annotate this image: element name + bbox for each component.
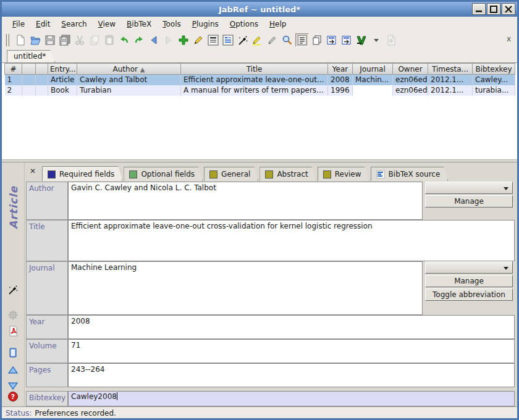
tab-bibtex-source[interactable]: BibTeX source xyxy=(371,167,449,181)
bibtexkey-input[interactable]: Cawley2008 xyxy=(68,391,515,406)
tab-abstract[interactable]: Abstract xyxy=(260,167,316,181)
generate-key-wand-icon[interactable] xyxy=(7,284,19,296)
menu-help[interactable]: Help xyxy=(264,18,292,30)
col-timestamp[interactable]: Timesta... xyxy=(428,64,473,75)
year-input[interactable]: 2008 xyxy=(68,315,515,339)
minimize-button[interactable] xyxy=(472,3,486,15)
abstract-icon xyxy=(265,170,273,178)
bibtexkey-field-row: Bibtexkey Cawley2008 xyxy=(26,391,515,406)
save-all-icon[interactable] xyxy=(58,33,72,47)
menu-edit[interactable]: Edit xyxy=(30,18,56,30)
tab-review[interactable]: Review xyxy=(318,167,369,181)
menu-bibtex[interactable]: BibTeX xyxy=(121,18,157,30)
copy-citation-icon[interactable] xyxy=(310,33,324,47)
author-manage-button[interactable]: Manage xyxy=(425,195,513,208)
close-button[interactable] xyxy=(502,3,515,15)
table-row[interactable]: 2 Book Turabian A manual for writers of … xyxy=(5,85,515,96)
col-marker2[interactable] xyxy=(36,64,48,75)
col-journal[interactable]: Journal xyxy=(353,64,393,75)
move-down-icon[interactable] xyxy=(7,379,19,392)
unmark-entries-icon[interactable] xyxy=(266,33,279,47)
author-field-row: Author Gavin C. Cawley and Nicola L. C. … xyxy=(26,182,515,220)
review-icon xyxy=(323,170,331,178)
minimize-icon xyxy=(475,6,483,13)
open-database-icon[interactable] xyxy=(28,33,42,47)
menu-view[interactable]: View xyxy=(93,18,121,30)
journal-dropdown[interactable] xyxy=(425,261,513,274)
menu-tools[interactable]: Tools xyxy=(157,18,187,30)
pdf-icon[interactable] xyxy=(7,325,19,337)
title-input[interactable]: Efficient approximate leave-one-out cros… xyxy=(68,220,515,261)
table-row[interactable]: 1 Article Cawley and Talbot Efficient ap… xyxy=(5,75,515,85)
open-office-icon[interactable] xyxy=(384,33,398,47)
push-dropdown-icon[interactable] xyxy=(369,33,383,47)
mark-entries-icon[interactable] xyxy=(251,33,264,47)
menu-search[interactable]: Search xyxy=(56,18,92,30)
journal-label: Journal xyxy=(26,261,68,315)
volume-input[interactable]: 71 xyxy=(68,339,515,363)
copy-icon[interactable] xyxy=(88,33,101,47)
author-input[interactable]: Gavin C. Cawley and Nicola L. C. Talbot xyxy=(68,182,423,220)
col-year[interactable]: Year xyxy=(328,64,353,75)
author-name-format-dropdown[interactable] xyxy=(425,182,513,194)
col-owner[interactable]: Owner xyxy=(393,64,428,75)
push-to-lyx-icon[interactable] xyxy=(355,33,368,47)
year-field-row: Year 2008 xyxy=(26,315,515,339)
menu-plugins[interactable]: Plugins xyxy=(187,18,224,30)
maximize-icon xyxy=(490,6,497,13)
edit-entry-icon[interactable] xyxy=(192,33,205,47)
search-icon[interactable] xyxy=(281,33,294,47)
document-icon[interactable] xyxy=(7,346,19,359)
settings-gear-icon[interactable] xyxy=(7,309,19,321)
forward-icon[interactable] xyxy=(162,33,175,47)
menu-options[interactable]: Options xyxy=(224,18,264,30)
toolbar: x xyxy=(2,32,517,49)
sort-asc-icon: ▲ xyxy=(140,66,145,73)
new-entry-icon[interactable] xyxy=(177,33,190,47)
edit-strings-icon[interactable] xyxy=(221,33,235,47)
col-title[interactable]: Title xyxy=(181,64,328,75)
paste-icon[interactable] xyxy=(103,33,116,47)
titlebar: JabRef ~ untitled* xyxy=(2,2,517,17)
col-entrytype[interactable]: Entry... xyxy=(48,64,77,75)
toggle-abbreviation-button[interactable]: Toggle abbreviation xyxy=(425,288,513,301)
undo-icon[interactable] xyxy=(117,33,131,47)
tab-optional-fields[interactable]: Optional fields xyxy=(124,167,203,181)
cut-icon[interactable] xyxy=(73,33,86,47)
editor-close-icon[interactable]: ✕ xyxy=(26,165,40,177)
author-label: Author xyxy=(26,182,68,220)
tab-general[interactable]: General xyxy=(204,167,258,181)
table-header-row: # Entry... Author ▲ Title Year Journal O… xyxy=(5,64,515,75)
tab-required-fields[interactable]: Required fields xyxy=(42,166,122,181)
journal-field-row: Journal Machine Learning Manage Toggle a… xyxy=(26,261,515,315)
new-database-icon[interactable] xyxy=(14,33,27,47)
toolbar-close-x-icon[interactable]: x xyxy=(507,35,511,43)
col-marker1[interactable] xyxy=(22,64,36,75)
help-icon[interactable]: ? xyxy=(7,390,19,403)
back-icon[interactable] xyxy=(147,33,161,47)
toolbar-drag-handle[interactable] xyxy=(6,34,9,46)
window-title: JabRef ~ untitled* xyxy=(2,5,517,14)
maximize-button[interactable] xyxy=(487,3,500,15)
required-fields-icon xyxy=(48,170,56,178)
col-number[interactable]: # xyxy=(5,64,22,75)
redo-icon[interactable] xyxy=(132,33,146,47)
menu-file[interactable]: File xyxy=(7,18,30,30)
col-author[interactable]: Author ▲ xyxy=(77,64,181,75)
database-tab-untitled[interactable]: untitled* xyxy=(7,50,55,62)
pages-input[interactable]: 243--264 xyxy=(68,363,515,387)
volume-field-row: Volume 71 xyxy=(26,339,515,363)
push-to-editor-icon[interactable] xyxy=(340,33,353,47)
editor-fields: Author Gavin C. Cawley and Nicola L. C. … xyxy=(25,181,517,406)
push-to-application-icon[interactable] xyxy=(325,33,339,47)
journal-manage-button[interactable]: Manage xyxy=(425,275,513,287)
journal-input[interactable]: Machine Learning xyxy=(68,261,423,315)
preview-icon[interactable] xyxy=(206,33,220,47)
toggle-search-panel-icon[interactable] xyxy=(295,33,309,47)
pages-label: Pages xyxy=(26,363,68,387)
volume-label: Volume xyxy=(26,339,68,363)
col-bibtexkey[interactable]: Bibtexkey xyxy=(473,64,515,75)
move-up-icon[interactable] xyxy=(7,364,19,377)
cleanup-entries-icon[interactable] xyxy=(236,33,250,47)
save-database-icon[interactable] xyxy=(43,33,57,47)
